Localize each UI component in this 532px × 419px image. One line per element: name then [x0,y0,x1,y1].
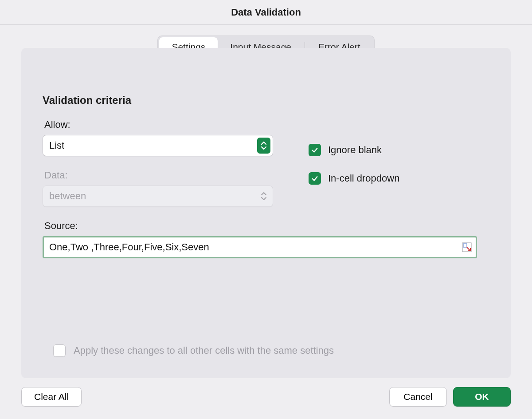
left-column: Allow: List Data: between [43,119,273,220]
source-input-container [43,236,477,258]
source-block: Source: [43,220,477,258]
svg-rect-1 [463,244,467,247]
data-value: between [49,190,86,202]
chevron-up-down-icon [257,188,270,204]
settings-panel: Validation criteria Allow: List Data: be… [21,48,511,378]
right-column: Ignore blank In-cell dropdown [309,119,489,220]
dialog-title: Data Validation [0,0,532,25]
check-icon [311,146,319,154]
ok-button[interactable]: OK [453,387,511,407]
apply-to-all-checkbox [53,344,66,357]
ignore-blank-row[interactable]: Ignore blank [309,144,489,156]
ignore-blank-checkbox[interactable] [309,144,321,156]
range-picker-icon[interactable] [461,241,473,253]
section-title: Validation criteria [43,94,489,107]
allow-label: Allow: [44,119,273,130]
criteria-columns: Allow: List Data: between [43,119,489,220]
dialog-footer: Clear All Cancel OK [0,378,532,419]
data-select: between [43,186,273,207]
in-cell-dropdown-row[interactable]: In-cell dropdown [309,172,489,185]
apply-to-all-label: Apply these changes to all other cells w… [74,345,334,356]
ignore-blank-label: Ignore blank [328,144,382,156]
allow-value: List [49,140,64,151]
in-cell-dropdown-checkbox[interactable] [309,172,321,185]
in-cell-dropdown-label: In-cell dropdown [328,173,399,184]
cancel-button[interactable]: Cancel [389,387,447,407]
data-validation-dialog: Data Validation Settings Input Message E… [0,0,532,419]
check-icon [311,174,319,182]
data-label: Data: [44,170,273,181]
apply-to-all-row: Apply these changes to all other cells w… [53,344,489,357]
chevron-up-down-icon [257,138,270,154]
source-label: Source: [44,220,477,232]
allow-select[interactable]: List [43,135,273,156]
source-input[interactable] [48,241,461,253]
clear-all-button[interactable]: Clear All [21,387,82,407]
